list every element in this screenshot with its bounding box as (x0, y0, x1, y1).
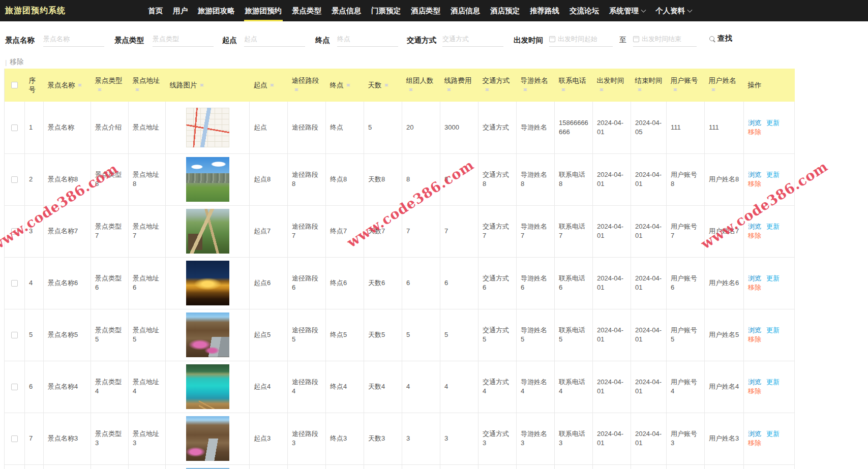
sort-caret-icon[interactable] (98, 86, 102, 93)
column-header-用户姓名[interactable]: 用户姓名 (705, 69, 744, 102)
sort-caret-icon[interactable] (409, 86, 413, 93)
update-link[interactable]: 更新 (766, 274, 780, 282)
nav-item-景点信息[interactable]: 景点信息 (327, 0, 365, 21)
update-link[interactable]: 更新 (766, 119, 780, 127)
column-header-交通方式[interactable]: 交通方式 (478, 69, 517, 102)
sort-caret-icon[interactable] (384, 82, 389, 88)
transport-input[interactable] (442, 32, 503, 47)
spot-name-input[interactable] (43, 32, 104, 47)
row-select-cell (5, 309, 25, 361)
row-actions-cell: 浏览更新移除 (744, 361, 795, 413)
column-header-天数[interactable]: 天数 (364, 69, 402, 102)
sort-caret-icon[interactable] (561, 86, 566, 93)
cell-addr: 景点地址5 (129, 309, 166, 361)
remove-link[interactable]: 移除 (748, 284, 761, 291)
nav-item-系统管理[interactable]: 系统管理 (605, 0, 649, 21)
column-header-途径路段[interactable]: 途径路段 (288, 69, 326, 102)
row-checkbox[interactable] (11, 332, 18, 338)
sort-caret-icon[interactable] (711, 86, 716, 93)
sort-caret-icon[interactable] (200, 82, 204, 88)
row-checkbox[interactable] (11, 384, 18, 390)
view-link[interactable]: 浏览 (748, 119, 761, 127)
sort-caret-icon[interactable] (447, 86, 452, 93)
row-checkbox[interactable] (11, 124, 18, 131)
nav-item-label: 用户 (173, 7, 188, 15)
column-header-用户账号[interactable]: 用户账号 (667, 69, 705, 102)
bulk-remove-button[interactable]: 移除 (10, 57, 23, 67)
sort-caret-icon[interactable] (294, 86, 299, 93)
column-header-结束时间[interactable]: 结束时间 (631, 69, 667, 102)
sort-caret-icon[interactable] (523, 86, 528, 93)
cell-fee: 7 (440, 205, 478, 257)
start-input[interactable] (244, 32, 305, 47)
column-label: 途径路段 (292, 77, 319, 84)
column-header-终点[interactable]: 终点 (326, 69, 364, 102)
column-header-组团人数[interactable]: 组团人数 (402, 69, 440, 102)
cell-fee: 6 (440, 257, 478, 309)
remove-link[interactable]: 移除 (748, 439, 761, 447)
search-button[interactable]: 查找 (709, 34, 732, 43)
sort-caret-icon[interactable] (673, 86, 678, 93)
night-palace-image (186, 261, 229, 305)
view-link[interactable]: 浏览 (748, 223, 761, 230)
remove-link[interactable]: 移除 (748, 387, 761, 395)
nav-item-label: 酒店类型 (411, 7, 440, 15)
column-header-线路图片[interactable]: 线路图片 (166, 69, 250, 102)
sort-caret-icon[interactable] (270, 82, 275, 88)
column-header-起点[interactable]: 起点 (250, 69, 288, 102)
row-checkbox[interactable] (11, 176, 18, 183)
column-header-导游姓名[interactable]: 导游姓名 (517, 69, 555, 102)
row-checkbox[interactable] (11, 228, 18, 235)
view-link[interactable]: 浏览 (748, 378, 761, 386)
sort-caret-icon[interactable] (346, 82, 351, 88)
sort-caret-icon[interactable] (78, 82, 82, 88)
remove-link[interactable]: 移除 (748, 128, 761, 136)
bulk-remove-bar: | 移除 (5, 56, 23, 68)
column-header-景点类型[interactable]: 景点类型 (91, 69, 129, 102)
cell-addr: 景点地址6 (129, 257, 166, 309)
row-checkbox[interactable] (11, 280, 18, 287)
nav-item-酒店类型[interactable]: 酒店类型 (407, 0, 444, 21)
view-link[interactable]: 浏览 (748, 326, 761, 334)
remove-link[interactable]: 移除 (748, 232, 761, 239)
remove-link[interactable]: 移除 (748, 335, 761, 343)
end-input[interactable] (337, 32, 398, 47)
spot-type-input[interactable] (153, 32, 214, 47)
column-header-出发时间[interactable]: 出发时间 (593, 69, 631, 102)
select-all-checkbox[interactable] (11, 82, 18, 88)
nav-item-推荐路线[interactable]: 推荐路线 (526, 0, 563, 21)
update-link[interactable]: 更新 (766, 430, 780, 437)
sort-caret-icon[interactable] (135, 86, 140, 93)
nav-item-酒店信息[interactable]: 酒店信息 (446, 0, 484, 21)
nav-item-个人资料[interactable]: 个人资料 (651, 0, 696, 21)
view-link[interactable]: 浏览 (748, 274, 761, 282)
nav-item-旅游团攻略[interactable]: 旅游团攻略 (194, 0, 239, 21)
remove-link[interactable]: 移除 (748, 180, 761, 187)
view-link[interactable]: 浏览 (748, 171, 761, 178)
cell-guide (517, 464, 555, 469)
depart-end-input[interactable]: 出发时间结束 (633, 32, 697, 47)
sort-caret-icon[interactable] (485, 86, 490, 93)
nav-item-旅游团预约[interactable]: 旅游团预约 (241, 0, 286, 21)
row-checkbox[interactable] (11, 435, 18, 442)
update-link[interactable]: 更新 (766, 378, 780, 386)
date-range-to-label: 至 (619, 36, 626, 45)
nav-item-交流论坛[interactable]: 交流论坛 (565, 0, 603, 21)
nav-item-景点类型[interactable]: 景点类型 (288, 0, 325, 21)
view-link[interactable]: 浏览 (748, 430, 761, 437)
sort-caret-icon[interactable] (600, 86, 604, 93)
nav-item-用户[interactable]: 用户 (169, 0, 192, 21)
update-link[interactable]: 更新 (766, 223, 780, 230)
table-row: 1景点名称景点介绍景点地址起点途径路段终点5203000交通方式导游姓名1586… (5, 102, 795, 153)
column-header-联系电话[interactable]: 联系电话 (555, 69, 593, 102)
nav-item-酒店预定[interactable]: 酒店预定 (486, 0, 524, 21)
column-header-景点地址[interactable]: 景点地址 (129, 69, 166, 102)
update-link[interactable]: 更新 (766, 326, 780, 334)
depart-start-input[interactable]: 出发时间起始 (549, 32, 613, 47)
nav-item-首页[interactable]: 首页 (144, 0, 167, 21)
update-link[interactable]: 更新 (766, 171, 780, 178)
sort-caret-icon[interactable] (638, 86, 642, 93)
nav-item-门票预定[interactable]: 门票预定 (367, 0, 405, 21)
column-header-景点名称[interactable]: 景点名称 (44, 69, 91, 102)
column-header-线路费用[interactable]: 线路费用 (440, 69, 478, 102)
